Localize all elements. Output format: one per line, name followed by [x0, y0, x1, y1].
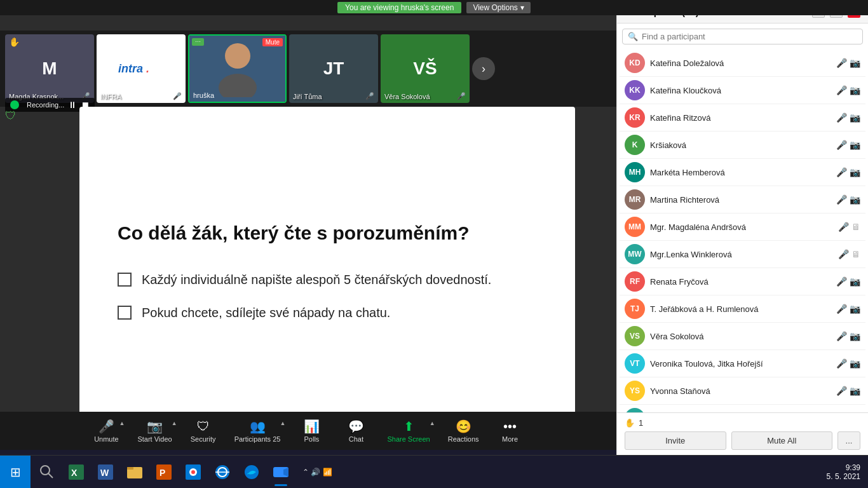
participant-name: INFRA [100, 93, 121, 100]
more-button[interactable]: ••• More [488, 417, 532, 445]
camera-off-icon: 📷 [850, 85, 860, 95]
excel-icon: X [67, 463, 85, 481]
taskbar-paint[interactable] [179, 458, 207, 486]
word-icon: W [97, 463, 114, 481]
taskbar-ie[interactable] [208, 458, 236, 486]
view-options-button[interactable]: View Options ▾ [466, 2, 530, 13]
participant-status-icons: 🎤📷 [836, 358, 860, 369]
participant-row: TJT. Jeřábková a H. Rumlenová🎤📷 [620, 295, 865, 323]
svg-point-16 [191, 470, 195, 474]
chevron-icon: ▲ [280, 420, 286, 426]
camera-off-icon: 📷 [850, 331, 860, 341]
svg-text:P: P [159, 468, 165, 478]
participant-row: LZLenka Zahradníková🎤📷 [620, 405, 865, 412]
unmute-button[interactable]: 🎤 Unmute ▲ [84, 416, 128, 445]
security-button[interactable]: 🛡 Security [181, 417, 226, 445]
search-icon [38, 463, 56, 481]
start-button[interactable]: ⊞ [0, 456, 31, 489]
taskbar-search[interactable] [33, 458, 61, 486]
muted-icon: 🎤 [836, 58, 847, 68]
participant-name-label: Kateřina Ritzová [650, 113, 831, 123]
clock-date: 5. 5. 2021 [827, 472, 860, 481]
taskbar: ⊞ X W [0, 455, 868, 488]
participant-avatar: LZ [625, 408, 645, 412]
more-options-button[interactable]: ... [837, 431, 860, 450]
search-box[interactable]: 🔍 [622, 29, 863, 44]
participant-status-icons: 🎤📷 [836, 140, 860, 150]
pause-recording-button[interactable]: ⏸ [68, 100, 77, 110]
zoom-icon [10, 100, 19, 109]
chat-icon: 💬 [348, 419, 364, 434]
participant-status-icons: 🎤📷 [836, 167, 860, 177]
shared-screen-content: Co dělá žák, který čte s porozuměním? Ka… [79, 107, 575, 450]
participant-avatar: MH [625, 162, 645, 182]
raise-hand-icon: ✋ [9, 37, 20, 47]
participant-avatar: TJ [625, 299, 645, 319]
participant-name-label: Věra Sokolová [650, 332, 831, 341]
taskbar-excel[interactable]: X [62, 458, 90, 486]
participants-icon: 👥 [250, 419, 266, 434]
zoom-icon [272, 463, 290, 481]
chat-button[interactable]: 💬 Chat [334, 416, 378, 445]
slide-item-2: Pokud chcete, sdílejte své nápady na cha… [118, 304, 537, 322]
muted-icon: 🎤 [838, 222, 849, 232]
participant-status-icons: 🎤🖥 [838, 249, 860, 259]
participant-name-label: Kateřina Doležalová [650, 58, 831, 68]
participant-name: Věra Sokolová [384, 93, 430, 100]
chevron-icon: ▲ [119, 420, 125, 426]
camera-off-icon: 📷 [850, 58, 860, 68]
taskbar-word[interactable]: W [92, 458, 119, 486]
toolbar: 🎤 Unmute ▲ 📷 Start Video ▲ 🛡 Security 👥 … [0, 412, 616, 450]
participant-row: KRKateřina Ritzová🎤📷 [620, 104, 865, 132]
paint-icon [184, 463, 202, 481]
svg-point-2 [225, 43, 250, 69]
taskbar-powerpoint[interactable]: P [150, 458, 178, 486]
participants-button[interactable]: 👥 Participants 25 ▲ [226, 416, 290, 445]
participant-status-icons: 🎤📷 [836, 386, 860, 396]
invite-button[interactable]: Invite [625, 431, 726, 450]
taskbar-zoom[interactable] [267, 458, 295, 486]
polls-icon: 📊 [304, 419, 320, 434]
participant-row: MHMarkéta Hemberová🎤📷 [620, 159, 865, 186]
taskbar-explorer[interactable] [121, 458, 149, 486]
svg-text:W: W [100, 468, 109, 478]
participant-row: KKKateřina Kloučková🎤📷 [620, 77, 865, 104]
participant-status-icons: 🎤📷 [836, 304, 860, 314]
slide-text-1: Každý individuálně napište alespoň 5 čte… [142, 271, 491, 288]
next-participants-button[interactable]: › [472, 57, 495, 80]
taskbar-tray: ⌃ 🔊 📶 [297, 468, 337, 477]
participant-tile-infra: intra . INFRA 🎤 [97, 34, 186, 103]
reactions-icon: 😊 [456, 419, 471, 434]
participant-row: MRMartina Richterová🎤📷 [620, 186, 865, 214]
search-input[interactable] [642, 32, 857, 41]
person-silhouette [212, 40, 263, 97]
main-video-area: ✋ M Magda Krasnok... 🎤 intra . INFRA 🎤 [0, 15, 616, 450]
camera-off-icon: 📷 [850, 304, 860, 314]
mute-badge: Mute [262, 38, 283, 46]
mute-icon: 🎤 [365, 92, 374, 100]
tray-icons: ⌃ 🔊 📶 [302, 468, 332, 477]
shield-icon: 🛡 [197, 419, 210, 434]
camera-off-icon: 📷 [850, 276, 860, 287]
participants-list: KDKateřina Doležalová🎤📷KKKateřina Kloučk… [617, 50, 868, 412]
muted-icon: 🎤 [836, 140, 847, 150]
reactions-button[interactable]: 😊 Reactions [439, 416, 488, 445]
share-screen-button[interactable]: ⬆ Share Screen ▲ [378, 416, 438, 445]
start-video-button[interactable]: 📷 Start Video ▲ [128, 416, 180, 445]
more-options-badge[interactable]: ⋯ [192, 38, 204, 46]
svg-text:.: . [146, 62, 149, 75]
svg-line-5 [48, 473, 53, 478]
svg-point-4 [41, 466, 50, 475]
edge-icon [243, 463, 261, 481]
svg-rect-11 [127, 467, 133, 470]
camera-off-icon: 📷 [850, 167, 860, 177]
participant-name-label: Mgr.Lenka Winklerová [650, 250, 833, 259]
polls-button[interactable]: 📊 Polls [289, 416, 334, 445]
taskbar-edge[interactable] [238, 458, 266, 486]
mute-all-button[interactable]: Mute All [731, 431, 833, 450]
participant-row: VSVěra Sokolová🎤📷 [620, 323, 865, 350]
screen-share-icon: 🖥 [851, 222, 860, 232]
participant-status-icons: 🎤📷 [836, 331, 860, 341]
participant-status-icons: 🎤📷 [836, 112, 860, 123]
camera-off-icon: 📷 [850, 140, 860, 150]
